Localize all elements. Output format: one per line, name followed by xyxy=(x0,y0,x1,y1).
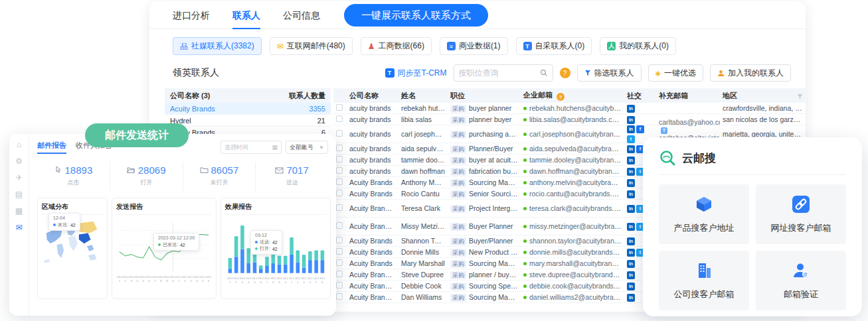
row-checkbox[interactable] xyxy=(336,204,343,211)
facebook-icon[interactable]: f xyxy=(636,125,644,133)
send-report-line-chart: 03-0103-0203-0303-0403-0503-0603-0703-08… xyxy=(116,215,212,293)
role-tag: 采购 xyxy=(450,249,466,257)
tab-company-info[interactable]: 公司信息 xyxy=(283,1,320,29)
date-input[interactable] xyxy=(224,144,272,151)
linkedin-icon[interactable]: in xyxy=(627,249,635,257)
row-checkbox[interactable] xyxy=(336,145,343,151)
page: 进口分析 联系人 公司信息 品社媒联系人(3382)✉互联网邮件(480)♟工商… xyxy=(0,0,868,321)
linkedin-icon[interactable]: in xyxy=(627,283,635,290)
chip-my-contacts[interactable]: 人我的联系人(0) xyxy=(600,37,676,55)
email-valid-dot xyxy=(523,225,527,228)
row-checkbox[interactable] xyxy=(336,156,343,162)
role-tag: 采购 xyxy=(450,237,466,245)
tile-verify-person[interactable]: @邮箱验证 xyxy=(756,251,846,310)
apps-grid-icon[interactable]: ▦ xyxy=(15,207,23,215)
linkedin-icon[interactable]: in xyxy=(627,223,635,231)
search-icon[interactable] xyxy=(540,69,548,77)
filter-contacts-button[interactable]: 筛选联系人 xyxy=(577,64,642,82)
linkedin-icon[interactable]: in xyxy=(627,190,635,198)
line-chart-title: 发送报告 xyxy=(116,202,212,215)
svg-text:03-0: 03-0 xyxy=(153,275,159,279)
svg-text:03-0: 03-0 xyxy=(164,275,170,279)
add-to-my-contacts-button[interactable]: 加入我的联系人 xyxy=(710,64,791,82)
svg-text:03-0: 03-0 xyxy=(147,275,153,279)
mail-icon[interactable]: ✉ xyxy=(15,224,22,231)
row-checkbox[interactable] xyxy=(336,282,343,289)
send-icon[interactable]: ✈ xyxy=(15,174,22,182)
linkedin-icon[interactable]: in xyxy=(627,105,635,113)
chip-commerce-data[interactable]: ≡商业数据(1) xyxy=(440,37,508,55)
svg-text:03-0: 03-0 xyxy=(264,277,270,280)
search-input[interactable] xyxy=(459,68,540,78)
tab-mail-report[interactable]: 邮件报告 xyxy=(37,141,66,154)
linkedin-icon[interactable]: in xyxy=(627,205,635,213)
linkedin-icon[interactable]: in xyxy=(627,116,635,124)
region-filter-icon[interactable] xyxy=(797,94,803,99)
row-checkbox[interactable] xyxy=(336,271,343,277)
cloud-mail-search-card: 云邮搜 产品搜客户地址网址搜客户邮箱公司搜客户邮箱@邮箱验证 xyxy=(643,137,862,316)
row-checkbox[interactable] xyxy=(336,115,343,122)
svg-text:03-0: 03-0 xyxy=(123,275,129,279)
map-tooltip: 12-04发送:42 xyxy=(48,213,80,231)
role-tag: 采购 xyxy=(450,205,466,213)
role-tag: 采购 xyxy=(450,260,466,268)
email-valid-dot xyxy=(523,251,527,254)
row-checkbox[interactable] xyxy=(336,130,343,137)
chip-business-registry[interactable]: ♟工商数据(66) xyxy=(361,37,432,55)
linkedin-icon[interactable]: in xyxy=(627,260,635,268)
svg-text:2: 2 xyxy=(297,281,298,284)
tile-cube[interactable]: 产品搜客户地址 xyxy=(659,184,749,244)
svg-text:03-1: 03-1 xyxy=(313,277,319,280)
calendar-icon[interactable]: ▦ xyxy=(272,144,278,151)
chip-social-contacts[interactable]: 品社媒联系人(3382) xyxy=(173,37,262,55)
diamond-icon: ◈ xyxy=(655,69,661,78)
email-help-icon[interactable]: ? xyxy=(557,93,564,101)
tile-link[interactable]: 网址搜客户邮箱 xyxy=(756,184,846,244)
commerce-data-icon: ≡ xyxy=(447,42,456,50)
send-report-card: 发送报告 03-0103-0203-0303-0403-0503-0603-07… xyxy=(112,198,217,299)
svg-text:03-1: 03-1 xyxy=(289,277,294,280)
row-checkbox[interactable] xyxy=(336,104,343,111)
linkedin-icon[interactable]: in xyxy=(627,157,635,164)
linkedin-icon[interactable]: in xyxy=(627,168,635,176)
one-click-optimize-button[interactable]: ◈ 一键优选 xyxy=(648,64,703,82)
row-checkbox[interactable] xyxy=(336,237,343,243)
linkedin-icon[interactable]: in xyxy=(627,237,635,245)
linkedin-icon[interactable]: in xyxy=(627,271,635,279)
row-checkbox[interactable] xyxy=(336,167,343,174)
company-row[interactable]: Acuity Brands3355 xyxy=(165,103,331,115)
sync-tcrm-button[interactable]: T 同步至T-CRM xyxy=(385,68,447,79)
row-checkbox[interactable] xyxy=(336,259,343,266)
svg-text:5: 5 xyxy=(142,279,144,283)
row-checkbox[interactable] xyxy=(336,248,343,255)
help-icon[interactable]: ? xyxy=(560,68,570,78)
linkedin-icon[interactable]: in xyxy=(627,179,635,187)
company-col-header: 公司名称 (3) xyxy=(165,91,279,101)
account-select[interactable]: 全部账号 ▼ xyxy=(286,141,328,154)
row-checkbox[interactable] xyxy=(336,293,343,300)
tab-import-analysis[interactable]: 进口分析 xyxy=(173,1,210,29)
svg-text:1: 1 xyxy=(178,279,180,283)
chip-self-collected[interactable]: T自采联系人(0) xyxy=(516,37,592,55)
add-label: 加入我的联系人 xyxy=(728,68,784,79)
folder-icon xyxy=(200,164,209,176)
home-icon[interactable]: ⌂ xyxy=(17,141,21,149)
tab-contacts[interactable]: 联系人 xyxy=(232,1,260,29)
linkedin-icon[interactable]: in xyxy=(627,125,635,133)
gear-icon[interactable]: ⚙ xyxy=(15,157,23,165)
linkedin-icon[interactable]: in xyxy=(627,294,635,302)
row-checkbox[interactable] xyxy=(336,178,343,185)
chip-internet-mail[interactable]: ✉互联网邮件(480) xyxy=(270,37,353,55)
social-contacts-icon: 品 xyxy=(180,42,188,50)
row-checkbox[interactable] xyxy=(336,222,343,229)
company-row[interactable]: Hydrel21 xyxy=(165,115,331,127)
row-checkbox[interactable] xyxy=(336,190,343,196)
callout-show-contact-methods: 一键展示联系人联系方式 xyxy=(344,4,488,27)
twitter-icon[interactable]: t xyxy=(627,135,635,143)
linkedin-icon[interactable]: in xyxy=(627,145,635,153)
email-valid-dot xyxy=(523,133,527,136)
tile-company[interactable]: 公司搜客户邮箱 xyxy=(659,251,749,310)
cloud-mail-search-title: 云邮搜 xyxy=(682,151,716,166)
notebook-icon[interactable]: ▤ xyxy=(15,190,23,198)
tcrm-sync-icon[interactable]: T xyxy=(661,127,667,134)
